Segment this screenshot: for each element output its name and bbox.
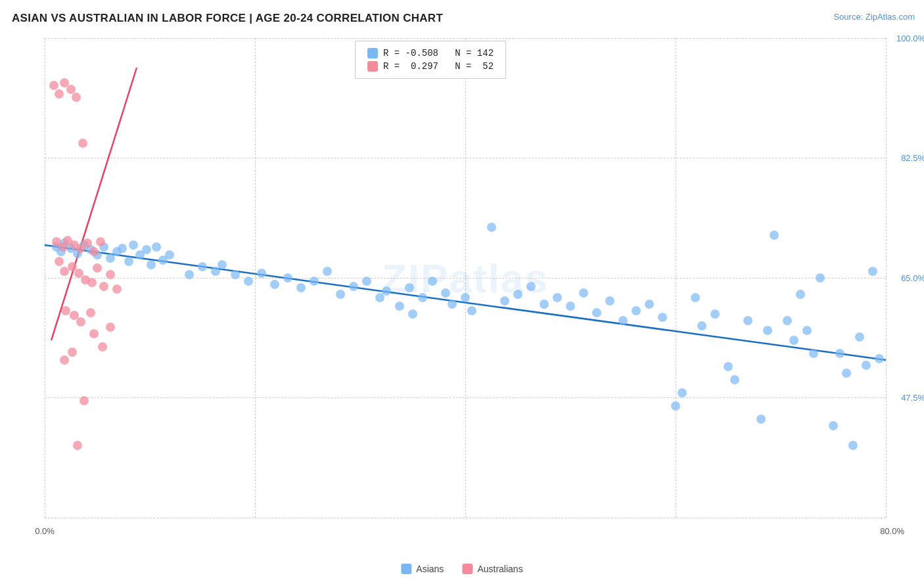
legend-row-pink: R = 0.297 N = 52 [367,61,494,72]
source-label: Source: ZipAtlas.com [833,12,915,22]
x-label-80: 80.0% [880,526,904,536]
legend-swatch-blue [367,48,378,58]
pink-dot [60,78,69,87]
blue-dot [526,282,536,291]
blue-dot [142,245,151,254]
pink-dot [55,257,64,266]
blue-dot [868,267,877,276]
legend-box: R = -0.508 N = 142 R = 0.297 N = 52 [355,41,506,79]
blue-dot [323,267,332,276]
blue-dot [789,336,798,345]
blue-dot [809,349,818,358]
legend-swatch-pink [367,61,378,72]
blue-dot [513,290,522,299]
blue-dot [566,302,575,311]
blue-dot [231,270,240,279]
blue-dot [658,313,667,322]
blue-dot [862,361,871,370]
blue-dot [487,223,496,232]
blue-dot [270,280,279,289]
pink-dot [106,323,115,332]
pink-dot [73,441,82,450]
bottom-legend: Asians Australians [401,564,522,574]
blue-dot [842,369,851,378]
blue-dot [211,267,220,276]
blue-dot [724,362,733,371]
chart-title: ASIAN VS AUSTRALIAN IN LABOR FORCE | AGE… [12,12,443,25]
pink-dot [55,89,64,99]
blue-dot [763,326,772,335]
blue-dot [152,242,161,252]
blue-dot [147,260,156,269]
pink-dot [61,306,70,315]
blue-dot [310,277,319,286]
pink-dot [112,284,122,294]
pink-dot [60,355,69,365]
chart-container: ASIAN VS AUSTRALIAN IN LABOR FORCE | AGE… [0,0,924,586]
blue-dot [592,308,601,317]
bottom-label-asians: Asians [416,564,444,574]
blue-dot [816,273,825,282]
blue-dot [218,260,227,269]
blue-dot [106,254,115,263]
pink-trend-line [51,68,137,340]
blue-dot [198,262,207,271]
blue-dot [743,316,752,325]
blue-dot [645,300,654,309]
blue-dot [418,293,427,302]
blue-dot [553,293,562,302]
scatter-svg [45,38,886,518]
blue-dot [349,282,358,291]
blue-dot [441,288,450,298]
blue-dot [730,375,739,384]
blue-dot [428,277,437,286]
bottom-legend-australians: Australians [462,564,522,574]
bottom-legend-asians: Asians [401,564,444,574]
y-label-82: 82.5% [901,153,924,163]
blue-dot [362,277,371,286]
blue-dot [375,293,384,302]
blue-dot [448,300,457,309]
blue-dot [691,293,700,302]
bottom-swatch-pink [462,564,473,574]
blue-dot [710,309,720,319]
pink-dot [60,267,69,276]
grid-v-80 [886,38,887,518]
blue-dot [697,321,706,330]
legend-text-pink: R = 0.297 N = 52 [383,61,494,72]
pink-dot [66,85,76,94]
blue-dot [632,306,641,315]
legend-text-blue: R = -0.508 N = 142 [383,48,494,58]
blue-dot [336,290,345,299]
pink-dot [74,269,83,278]
bottom-label-australians: Australians [477,564,522,574]
blue-dot [802,326,812,335]
y-label-47: 47.5% [901,393,924,403]
bottom-swatch-blue [401,564,411,574]
blue-dot [829,421,838,430]
pink-dot [68,262,77,271]
pink-dot [89,329,99,338]
blue-dot [579,288,588,298]
x-label-0: 0.0% [35,526,55,536]
plot-area: ZIPatlas [45,38,886,518]
blue-dot [783,316,792,325]
grid-h-bottom [45,518,886,518]
blue-dot [244,277,253,286]
legend-row-blue: R = -0.508 N = 142 [367,48,494,58]
blue-dot [678,388,687,397]
pink-dot [70,311,79,320]
y-label-65: 65.0% [901,273,924,283]
pink-dot [99,282,108,291]
pink-dot [93,263,102,273]
pink-dot [87,278,97,287]
pink-dot [106,270,115,279]
blue-dot [835,349,844,358]
pink-dot [78,139,87,148]
blue-dot [185,270,194,279]
blue-dot [124,257,133,266]
blue-dot [129,240,138,250]
pink-dot [72,93,81,102]
blue-dot [618,316,628,325]
blue-dot [770,231,779,240]
